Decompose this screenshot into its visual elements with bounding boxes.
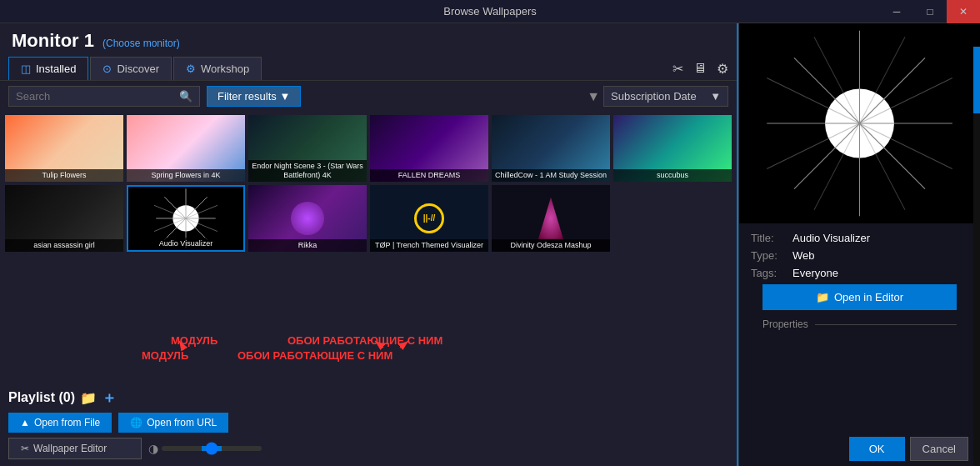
wallpaper-label: FALLEN DREAMS	[370, 169, 488, 182]
monitor-title: Monitor 1	[12, 30, 94, 52]
annotation-module: МОДУЛЬ	[171, 334, 218, 347]
brightness-slider[interactable]	[162, 446, 262, 451]
sort-label: Subscription Date	[611, 90, 697, 103]
tags-value: Everyone	[792, 267, 838, 279]
properties-label: Properties	[762, 318, 957, 330]
scissors-icon: ✂	[21, 443, 29, 454]
tab-installed[interactable]: ◫ Installed	[8, 57, 88, 80]
search-input[interactable]	[16, 90, 174, 103]
right-panel: Title: Audio Visualizer Type: Web Tags: …	[738, 23, 980, 466]
tabs-row: ◫ Installed ⊙ Discover ⚙ Workshop ✂ 🖥 ⚙	[0, 57, 737, 81]
wallpaper-grid-container[interactable]: Tulip Flowers Spring Flowers in 4K Endor…	[0, 112, 737, 334]
table-row[interactable]: Divinity Odesza Mashup	[492, 185, 610, 252]
wallpaper-editor-button[interactable]: ✂ Wallpaper Editor	[8, 438, 142, 459]
wallpaper-grid: Tulip Flowers Spring Flowers in 4K Endor…	[5, 115, 732, 252]
playlist-row: Playlist (0) 📁 ＋	[8, 388, 728, 408]
wallpaper-label: Audio Visualizer	[128, 238, 243, 250]
properties-section: Properties	[751, 313, 968, 335]
bottom-bar: ✂ Wallpaper Editor ◑	[8, 438, 728, 463]
table-row[interactable]: Audio Visualizer	[127, 185, 245, 252]
btn-row: ▲ Open from File 🌐 Open from URL	[8, 413, 728, 433]
type-label: Type:	[751, 249, 792, 262]
table-row[interactable]: succubus	[613, 115, 732, 182]
annotation-wallpapers: ОБОИ РАБОТАЮЩИЕ С НИМ	[288, 334, 442, 347]
wallpaper-label: TØP | Trench Themed Visualizer	[370, 239, 488, 252]
close-button[interactable]: ✕	[947, 0, 980, 23]
table-row[interactable]: Tulip Flowers	[5, 115, 123, 182]
sort-dropdown-wrapper: ▼ Subscription Date ▼	[587, 86, 728, 107]
table-row[interactable]: Spring Flowers in 4K	[127, 115, 245, 182]
wallpaper-label: Tulip Flowers	[5, 169, 123, 182]
tabs-group: ◫ Installed ⊙ Discover ⚙ Workshop	[8, 57, 262, 80]
svg-text:МОДУЛЬ: МОДУЛЬ	[142, 349, 188, 362]
folder-icon: 📁	[816, 291, 829, 303]
left-panel: Monitor 1 (Choose monitor) ◫ Installed ⊙…	[0, 23, 738, 466]
bottom-row: Playlist (0) 📁 ＋ ▲ Open from File 🌐 Open…	[0, 384, 737, 466]
preview-area	[739, 23, 980, 223]
upload-icon: ▲	[20, 417, 30, 428]
titlebar-title: Browse Wallpapers	[443, 5, 537, 18]
url-icon: 🌐	[130, 417, 142, 428]
playlist-label: Playlist (0)	[8, 390, 75, 405]
brightness-slider-container: ◑	[148, 442, 728, 455]
table-row[interactable]: Endor Night Scene 3 - (Star Wars Battlef…	[248, 115, 367, 182]
tab-workshop[interactable]: ⚙ Workshop	[173, 57, 262, 80]
filter-results-button[interactable]: Filter results ▼	[207, 86, 301, 107]
info-panel: Title: Audio Visualizer Type: Web Tags: …	[739, 223, 980, 432]
open-in-editor-button[interactable]: 📁 Open in Editor	[762, 284, 957, 310]
monitor-icon[interactable]: 🖥	[693, 61, 707, 76]
wallpaper-label: asian assassin girl	[5, 239, 123, 252]
installed-icon: ◫	[21, 63, 31, 75]
tab-discover-label: Discover	[117, 63, 159, 75]
info-row-type: Type: Web	[751, 249, 968, 262]
info-row-title: Title: Audio Visualizer	[751, 232, 968, 244]
title-value: Audio Visualizer	[792, 232, 870, 244]
tags-label: Tags:	[751, 267, 792, 279]
wallpaper-label: Endor Night Scene 3 - (Star Wars Battlef…	[248, 160, 367, 182]
brightness-icon: ◑	[148, 442, 158, 455]
workshop-icon: ⚙	[186, 63, 196, 75]
table-row[interactable]: FALLEN DREAMS	[370, 115, 488, 182]
svg-text:ОБОИ РАБОТАЮЩИЕ С НИМ: ОБОИ РАБОТАЮЩИЕ С НИМ	[238, 349, 392, 362]
properties-divider	[815, 324, 957, 325]
playlist-add-icon[interactable]: ＋	[102, 388, 117, 408]
table-row[interactable]: ChilledCow - 1 AM Study Session	[492, 115, 610, 182]
tabs-actions: ✂ 🖥 ⚙	[672, 61, 728, 77]
cancel-button[interactable]: Cancel	[910, 437, 968, 461]
title-label: Title:	[751, 232, 792, 244]
tab-discover[interactable]: ⊙ Discover	[90, 57, 172, 80]
sort-arrow-icon[interactable]: ▼	[587, 89, 600, 104]
search-icon: 🔍	[179, 90, 192, 103]
discover-icon: ⊙	[102, 63, 112, 75]
wallpaper-label: Spring Flowers in 4K	[127, 169, 245, 182]
wallpaper-label: Rikka	[248, 239, 367, 252]
info-row-tags: Tags: Everyone	[751, 267, 968, 279]
playlist-folder-icon[interactable]: 📁	[80, 390, 97, 406]
search-filter-row: 🔍 Filter results ▼ ▼ Subscription Date ▼	[0, 81, 737, 112]
wallpaper-label: ChilledCow - 1 AM Study Session	[492, 169, 610, 182]
annotations-area: МОДУЛЬ ОБОИ РАБОТАЮЩИЕ С НИМ МОДУЛЬ ОБОИ…	[0, 334, 737, 384]
tools-icon[interactable]: ✂	[672, 61, 683, 77]
minimize-button[interactable]: ─	[880, 0, 913, 23]
type-value: Web	[792, 249, 815, 262]
search-box: 🔍	[8, 86, 200, 107]
table-row[interactable]: asian assassin girl	[5, 185, 123, 252]
tab-installed-label: Installed	[36, 63, 76, 75]
choose-monitor-link[interactable]: (Choose monitor)	[102, 38, 180, 49]
settings-icon[interactable]: ⚙	[717, 61, 728, 77]
bottom-actions: OK Cancel	[739, 432, 980, 466]
sort-dropdown[interactable]: Subscription Date ▼	[603, 86, 728, 107]
main-container: Monitor 1 (Choose monitor) ◫ Installed ⊙…	[0, 23, 980, 466]
maximize-button[interactable]: □	[913, 0, 947, 23]
wallpaper-label: succubus	[613, 169, 732, 182]
titlebar: Browse Wallpapers ─ □ ✕	[0, 0, 980, 23]
open-from-url-button[interactable]: 🌐 Open from URL	[118, 413, 228, 433]
sort-dropdown-arrow: ▼	[710, 90, 721, 103]
scrollbar-thumb[interactable]	[973, 47, 980, 113]
open-from-file-button[interactable]: ▲ Open from File	[8, 413, 112, 433]
ok-button[interactable]: OK	[849, 437, 905, 461]
preview-svg	[739, 23, 980, 223]
table-row[interactable]: ||-// TØP | Trench Themed Visualizer	[370, 185, 488, 252]
table-row[interactable]: Rikka	[248, 185, 367, 252]
scrollbar-track[interactable]	[973, 47, 980, 466]
